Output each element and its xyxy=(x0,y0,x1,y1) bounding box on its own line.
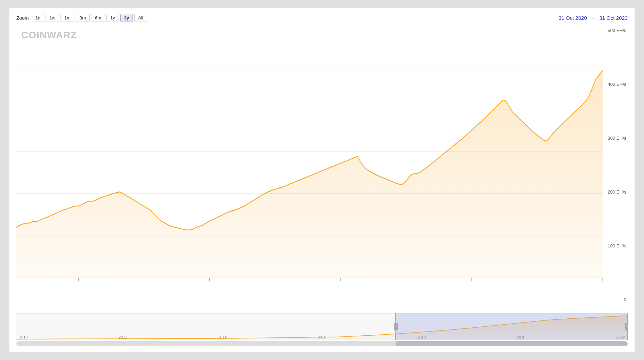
nav-label-2012: 2012 xyxy=(119,335,127,339)
date-arrow: → xyxy=(590,15,596,21)
nav-label-2010: 2010 xyxy=(19,335,27,339)
y-label-0: 0 xyxy=(603,297,626,302)
main-chart-area: CoinWarz xyxy=(16,25,628,312)
zoom-btn-1w[interactable]: 1w xyxy=(46,14,59,22)
nav-label-2014: 2014 xyxy=(218,335,227,339)
zoom-btn-1y[interactable]: 1y xyxy=(106,14,119,22)
top-bar: Zoom 1d 1w 1m 3m 6m 1y 3y All 31 Oct 202… xyxy=(16,14,628,22)
zoom-btn-3y[interactable]: 3y xyxy=(120,14,133,22)
y-label-100: 100 EH/s xyxy=(603,244,626,248)
zoom-btn-1m[interactable]: 1m xyxy=(61,14,74,22)
y-label-400: 400 EH/s xyxy=(603,82,626,87)
scrollbar-thumb[interactable] xyxy=(395,341,628,346)
date-range: 31 Oct 2020 → 31 Oct 2023 xyxy=(558,15,628,21)
nav-handle-right[interactable] xyxy=(625,323,628,330)
y-axis-labels: 500 EH/s 400 EH/s 300 EH/s 200 EH/s 100 … xyxy=(603,25,628,312)
zoom-label: Zoom xyxy=(16,15,29,21)
navigator-chart[interactable]: 2010 2012 2014 2016 2018 2020 2022 xyxy=(16,313,628,340)
nav-handle-left[interactable] xyxy=(394,323,398,330)
main-chart-svg xyxy=(16,25,603,312)
y-label-500: 500 EH/s xyxy=(603,28,626,33)
navigator-scrollbar[interactable] xyxy=(16,341,628,346)
date-from: 31 Oct 2020 xyxy=(558,15,587,21)
chart-container: Zoom 1d 1w 1m 3m 6m 1y 3y All 31 Oct 202… xyxy=(9,8,635,352)
zoom-btn-all[interactable]: All xyxy=(134,14,147,22)
zoom-btn-1d[interactable]: 1d xyxy=(32,14,44,22)
chart-svg-wrapper: CoinWarz xyxy=(16,25,603,312)
navigator-area: 2010 2012 2014 2016 2018 2020 2022 xyxy=(16,313,628,346)
navigator-x-labels: 2010 2012 2014 2016 2018 2020 2022 xyxy=(16,335,628,339)
nav-label-2016: 2016 xyxy=(318,335,326,339)
zoom-controls: Zoom 1d 1w 1m 3m 6m 1y 3y All xyxy=(16,14,147,22)
nav-label-2020: 2020 xyxy=(517,335,525,339)
date-to: 31 Oct 2023 xyxy=(599,15,628,21)
y-label-300: 300 EH/s xyxy=(603,136,626,140)
nav-label-2022: 2022 xyxy=(617,335,625,339)
zoom-btn-3m[interactable]: 3m xyxy=(76,14,90,22)
nav-label-2018: 2018 xyxy=(417,335,426,339)
zoom-btn-6m[interactable]: 6m xyxy=(91,14,105,22)
y-label-200: 200 EH/s xyxy=(603,190,626,194)
